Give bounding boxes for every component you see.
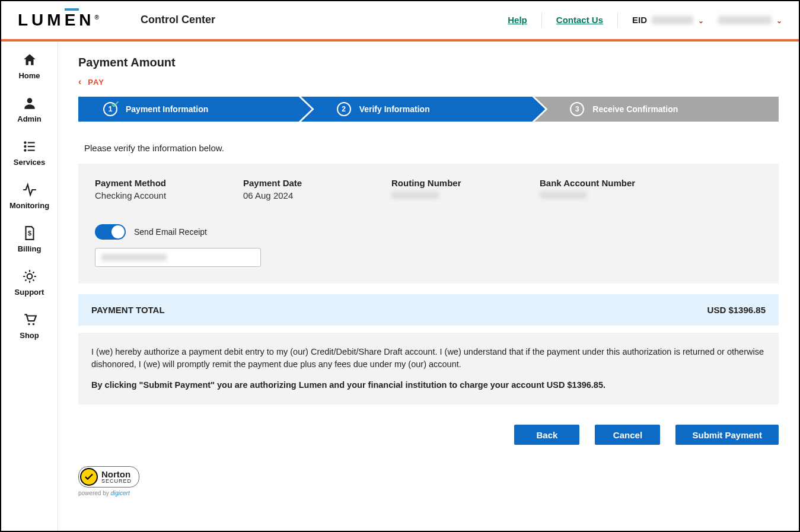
- svg-point-5: [24, 149, 26, 151]
- sidebar-item-label: Home: [18, 71, 40, 80]
- sidebar: Home Admin Services Monitoring $ Billing…: [1, 42, 58, 531]
- svg-point-9: [28, 323, 30, 325]
- step-number-icon: 2: [337, 102, 351, 116]
- sidebar-item-label: Shop: [20, 331, 39, 340]
- chevron-left-icon: ‹: [78, 77, 82, 87]
- authorization-disclaimer: I (we) hereby authorize a payment debit …: [78, 333, 779, 404]
- pulse-icon: [22, 182, 37, 197]
- logo: LUMEN®: [18, 11, 99, 30]
- send-receipt-toggle[interactable]: [95, 224, 126, 240]
- svg-point-0: [27, 98, 32, 103]
- user-icon: [22, 95, 37, 111]
- svg-rect-4: [27, 146, 34, 147]
- sidebar-item-billing[interactable]: $ Billing: [3, 225, 56, 253]
- chevron-down-icon: ⌄: [776, 17, 782, 25]
- kv-payment-date: Payment Date 06 Aug 2024: [243, 178, 368, 200]
- sidebar-item-monitoring[interactable]: Monitoring: [3, 182, 56, 210]
- checkmark-icon: [80, 468, 98, 486]
- back-button[interactable]: Back: [514, 425, 579, 445]
- norton-secured-badge[interactable]: Norton SECURED powered by digicert: [78, 466, 139, 496]
- app-title: Control Center: [141, 14, 215, 26]
- sidebar-item-label: Admin: [17, 114, 41, 123]
- step-verify-info: 2 Verify Information: [301, 97, 546, 122]
- payment-total-bar: PAYMENT TOTAL USD $1396.85: [78, 294, 779, 326]
- kv-routing: Routing Number: [391, 178, 516, 200]
- main-content: Payment Amount ‹ PAY 1 Payment Informati…: [58, 42, 799, 531]
- svg-rect-6: [27, 149, 34, 151]
- submit-payment-button[interactable]: Submit Payment: [675, 425, 779, 445]
- sidebar-item-services[interactable]: Services: [3, 139, 56, 167]
- sidebar-item-label: Monitoring: [9, 201, 49, 210]
- verify-panel: Payment Method Checking Account Payment …: [78, 164, 779, 283]
- cancel-button[interactable]: Cancel: [595, 425, 660, 445]
- payment-total-value: USD $1396.85: [707, 305, 766, 315]
- sidebar-item-label: Billing: [18, 244, 42, 253]
- contact-link[interactable]: Contact Us: [556, 15, 603, 25]
- help-link[interactable]: Help: [508, 15, 527, 25]
- account-dropdown[interactable]: ⌄: [718, 16, 782, 24]
- step-check-icon: 1: [103, 102, 117, 116]
- sidebar-item-home[interactable]: Home: [3, 52, 56, 80]
- header: LUMEN® Control Center Help Contact Us EI…: [1, 1, 799, 39]
- gear-user-icon: [22, 269, 37, 284]
- eid-dropdown[interactable]: EID ⌄: [632, 15, 704, 25]
- progress-steps: 1 Payment Information 2 Verify Informati…: [78, 97, 779, 122]
- verify-intro: Please verify the information below.: [84, 143, 773, 153]
- sidebar-item-support[interactable]: Support: [3, 269, 56, 297]
- invoice-icon: $: [22, 225, 37, 241]
- list-icon: [22, 139, 37, 154]
- svg-point-8: [27, 274, 32, 279]
- sidebar-item-label: Support: [15, 288, 44, 297]
- chevron-down-icon: ⌄: [698, 17, 704, 25]
- sidebar-item-admin[interactable]: Admin: [3, 95, 56, 123]
- sidebar-item-shop[interactable]: Shop: [3, 312, 56, 340]
- kv-account: Bank Account Number: [540, 178, 664, 200]
- receipt-email-input[interactable]: [95, 248, 261, 267]
- kv-payment-method: Payment Method Checking Account: [95, 178, 219, 200]
- step-payment-info: 1 Payment Information: [78, 97, 312, 122]
- breadcrumb-back[interactable]: ‹ PAY: [78, 77, 779, 87]
- send-receipt-label: Send Email Receipt: [134, 227, 207, 237]
- svg-rect-2: [27, 142, 34, 143]
- svg-text:$: $: [27, 230, 31, 237]
- step-confirmation: 3 Receive Confirmation: [534, 97, 779, 122]
- home-icon: [22, 52, 37, 68]
- sidebar-item-label: Services: [14, 158, 46, 167]
- svg-point-3: [24, 145, 26, 148]
- page-title: Payment Amount: [78, 56, 779, 69]
- cart-icon: [22, 312, 37, 327]
- svg-point-10: [32, 323, 34, 325]
- svg-point-1: [24, 141, 26, 144]
- action-buttons: Back Cancel Submit Payment: [78, 425, 779, 445]
- step-number-icon: 3: [570, 102, 584, 116]
